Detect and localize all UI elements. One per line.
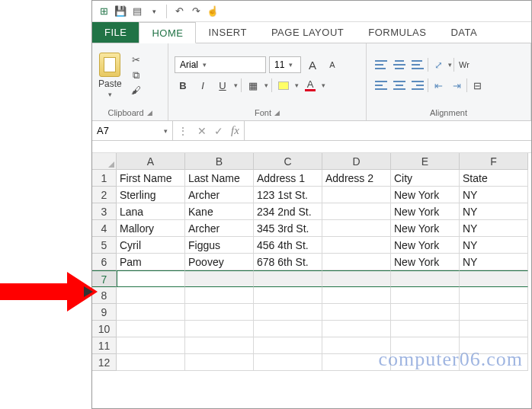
cell[interactable] [254, 287, 322, 304]
cell[interactable]: Sterling [117, 187, 185, 203]
select-all-corner[interactable] [92, 153, 117, 170]
cell[interactable] [117, 321, 185, 337]
undo-icon[interactable]: ↶ [172, 5, 186, 18]
italic-button[interactable]: I [194, 77, 211, 94]
cell[interactable] [322, 237, 391, 254]
tab-home[interactable]: HOME [139, 22, 196, 43]
qat-dropdown-icon[interactable]: ▾ [147, 5, 161, 18]
cell[interactable]: Kane [185, 203, 254, 220]
column-header[interactable]: E [391, 153, 460, 170]
cell[interactable] [391, 354, 460, 371]
cell[interactable] [254, 337, 322, 354]
launcher-icon[interactable]: ◢ [274, 109, 280, 117]
row-header[interactable]: 12 [92, 354, 117, 371]
cell[interactable]: State [460, 170, 528, 187]
cell[interactable]: New York [391, 237, 460, 254]
cell[interactable] [460, 287, 528, 304]
cell[interactable]: 234 2nd St. [254, 203, 322, 220]
cell[interactable]: NY [460, 187, 528, 203]
cell[interactable] [460, 304, 528, 321]
cell[interactable] [117, 337, 185, 354]
row-header[interactable]: 10 [92, 321, 117, 337]
cell[interactable] [322, 187, 391, 203]
save-icon[interactable]: 💾 [114, 5, 127, 18]
cell[interactable]: Figgus [185, 237, 254, 254]
cell[interactable]: NY [460, 237, 528, 254]
redo-icon[interactable]: ↷ [189, 5, 203, 18]
fx-icon[interactable]: fx [231, 124, 239, 137]
underline-button[interactable]: U [214, 77, 231, 94]
align-right-icon[interactable] [409, 77, 426, 94]
cell[interactable]: New York [391, 187, 460, 203]
align-middle-icon[interactable] [391, 56, 408, 73]
paste-button[interactable]: Paste [98, 78, 122, 89]
cell[interactable]: NY [460, 203, 528, 220]
cell[interactable] [391, 270, 460, 287]
cell[interactable] [460, 270, 528, 287]
tab-formulas[interactable]: FORMULAS [356, 22, 438, 43]
cell[interactable] [254, 321, 322, 337]
decrease-indent-icon[interactable]: ⇤ [430, 77, 447, 94]
cell[interactable]: Poovey [185, 254, 254, 270]
cell[interactable]: NY [460, 220, 528, 237]
shrink-font-icon[interactable]: A [324, 56, 341, 73]
cancel-icon[interactable]: ✕ [197, 125, 207, 137]
column-header[interactable]: D [322, 153, 391, 170]
chevron-down-icon[interactable]: ▾ [264, 81, 268, 89]
formula-input[interactable] [245, 121, 531, 140]
cell[interactable] [185, 304, 254, 321]
cell[interactable]: Archer [185, 187, 254, 203]
cell[interactable] [460, 354, 528, 371]
cell[interactable]: First Name [117, 170, 185, 187]
cell[interactable] [254, 304, 322, 321]
cell[interactable] [322, 254, 391, 270]
cell[interactable]: Lana [117, 203, 185, 220]
cell[interactable]: New York [391, 220, 460, 237]
column-header[interactable]: B [185, 153, 254, 170]
cell[interactable] [117, 287, 185, 304]
column-header[interactable]: A [117, 153, 185, 170]
cell[interactable] [185, 321, 254, 337]
increase-indent-icon[interactable]: ⇥ [448, 77, 465, 94]
row-header[interactable]: 5 [92, 237, 117, 254]
cell[interactable] [322, 337, 391, 354]
cell[interactable]: Mallory [117, 220, 185, 237]
wrap-text-icon[interactable]: Wr [456, 56, 473, 73]
align-left-icon[interactable] [373, 77, 389, 94]
cell[interactable] [391, 304, 460, 321]
font-name-combo[interactable]: Arial▾ [175, 56, 266, 73]
cell[interactable] [185, 337, 254, 354]
paste-icon[interactable] [99, 53, 120, 77]
properties-icon[interactable]: ▤ [130, 5, 144, 18]
cell[interactable] [322, 270, 391, 287]
cell[interactable] [322, 354, 391, 371]
cell[interactable] [254, 354, 322, 371]
cell[interactable] [391, 321, 460, 337]
cell[interactable] [460, 321, 528, 337]
enter-icon[interactable]: ✓ [214, 125, 223, 137]
fill-color-icon[interactable] [275, 77, 292, 94]
cell[interactable] [322, 220, 391, 237]
cell[interactable] [254, 270, 322, 287]
font-color-icon[interactable]: A [302, 77, 319, 94]
row-header[interactable]: 11 [92, 337, 117, 354]
chevron-down-icon[interactable]: ▾ [322, 81, 325, 89]
cell[interactable]: NY [460, 254, 528, 270]
cell[interactable] [117, 270, 185, 287]
row-header[interactable]: 3 [92, 203, 117, 220]
tab-data[interactable]: DATA [438, 22, 489, 43]
cell[interactable] [322, 287, 391, 304]
cut-icon[interactable]: ✂ [130, 54, 143, 66]
cell[interactable]: 678 6th St. [254, 254, 322, 270]
orientation-icon[interactable]: ⤢ [430, 56, 447, 73]
cell[interactable]: City [391, 170, 460, 187]
bold-button[interactable]: B [175, 77, 191, 94]
chevron-down-icon[interactable]: ▾ [295, 81, 299, 89]
launcher-icon[interactable]: ◢ [147, 109, 152, 117]
grow-font-icon[interactable]: A [304, 56, 321, 73]
row-header[interactable]: 2 [92, 187, 117, 203]
cell[interactable]: New York [391, 254, 460, 270]
touch-mode-icon[interactable]: ☝ [206, 5, 220, 18]
cell[interactable]: 123 1st St. [254, 187, 322, 203]
cell[interactable]: 456 4th St. [254, 237, 322, 254]
